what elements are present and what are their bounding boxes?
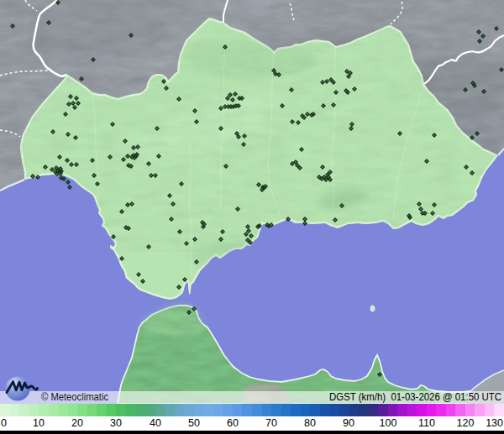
svg-text:40: 40	[150, 417, 161, 429]
svg-text:130: 130	[486, 417, 503, 429]
svg-text:70: 70	[265, 417, 277, 429]
svg-text:10: 10	[33, 417, 45, 429]
svg-text:30: 30	[110, 417, 122, 429]
svg-text:50: 50	[188, 417, 200, 429]
svg-text:60: 60	[227, 417, 239, 429]
svg-text:© Meteoclimatic: © Meteoclimatic	[41, 390, 108, 403]
svg-text:80: 80	[304, 417, 316, 429]
svg-text:100: 100	[380, 417, 397, 429]
svg-text:110: 110	[418, 417, 435, 429]
svg-text:120: 120	[457, 417, 475, 429]
svg-text:0: 0	[1, 417, 7, 429]
svg-text:DGST (km/h) 01-03-2026 @ 01:5: DGST (km/h) 01-03-2026 @ 01:50 UTC	[329, 390, 501, 403]
svg-text:90: 90	[343, 417, 354, 429]
svg-text:20: 20	[71, 417, 83, 429]
